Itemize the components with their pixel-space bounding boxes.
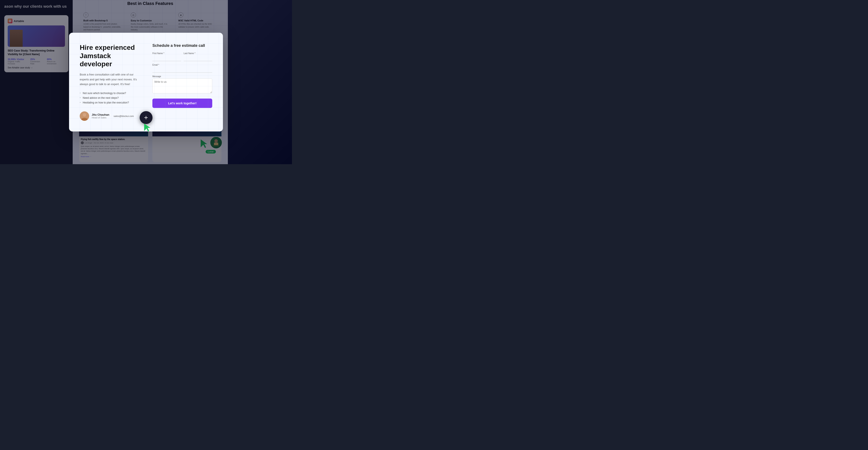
bullet-1: Not sure which technology to choose?	[80, 91, 142, 95]
email-group: Email *	[152, 64, 212, 73]
message-textarea[interactable]	[152, 79, 212, 93]
email-input[interactable]	[152, 67, 212, 73]
plus-button[interactable]: +	[140, 111, 152, 124]
first-name-input[interactable]	[152, 55, 181, 61]
name-row: First Name * Last Name *	[152, 52, 212, 61]
person-email: sales@blockui.com	[114, 115, 134, 117]
last-name-input[interactable]	[184, 55, 212, 61]
modal-overlay: Hire experiencedJamstack developer Book …	[0, 0, 292, 164]
email-label: Email *	[152, 64, 212, 66]
modal-bullets: Not sure which technology to choose? Nee…	[80, 91, 142, 105]
svg-point-8	[83, 113, 86, 117]
person-avatar	[80, 111, 89, 121]
last-name-label: Last Name *	[184, 52, 212, 55]
bullet-2: Need advice on the next steps?	[80, 95, 142, 100]
modal-description: Book a free consultation call with one o…	[80, 72, 142, 86]
modal-right: Schedule a free estimate call First Name…	[152, 43, 212, 121]
message-group: Message	[152, 75, 212, 93]
person-avatar-icon	[80, 111, 89, 121]
form-title: Schedule a free estimate call	[152, 43, 212, 48]
cursor-arrow-icon	[143, 123, 153, 132]
first-name-label: First Name *	[152, 52, 181, 55]
modal-headline: Hire experiencedJamstack developer	[80, 43, 142, 68]
last-name-group: Last Name *	[184, 52, 212, 61]
submit-button[interactable]: Let's work together!	[152, 98, 212, 108]
modal-left: Hire experiencedJamstack developer Book …	[80, 43, 142, 121]
bullet-3: Hesitating on how to plan the execution?	[80, 100, 142, 105]
estimate-form: First Name * Last Name * Email * Message	[152, 52, 212, 108]
person-role: Head of Sales	[92, 116, 109, 119]
svg-marker-9	[144, 124, 151, 131]
modal-person: Jitu Chauhan Head of Sales sales@blockui…	[80, 111, 142, 121]
cursor-plus-container: +	[140, 111, 153, 132]
message-label: Message	[152, 75, 212, 78]
first-name-group: First Name *	[152, 52, 181, 61]
person-info: Jitu Chauhan Head of Sales	[92, 113, 109, 119]
person-name: Jitu Chauhan	[92, 113, 109, 116]
